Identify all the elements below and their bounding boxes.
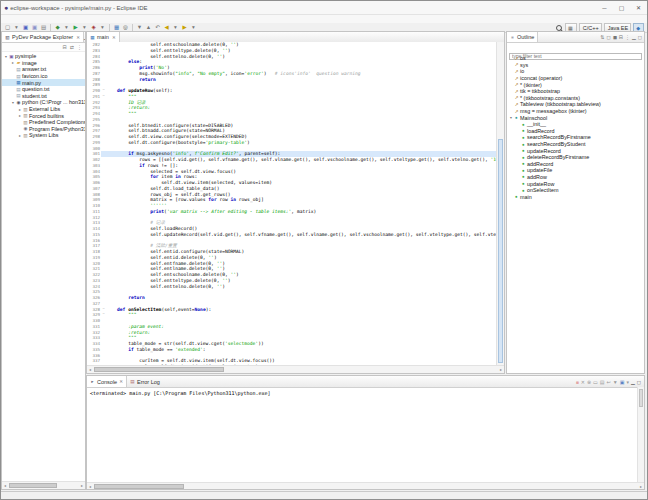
- tab-outline[interactable]: Outline: [507, 32, 538, 42]
- editor-vertical-scrollbar[interactable]: [496, 42, 504, 366]
- scrollbar-thumb[interactable]: [498, 139, 503, 363]
- code-editor[interactable]: 282 self.entschoolname.delete(0, '') 283…: [87, 42, 497, 366]
- toolbar-icon[interactable]: [132, 24, 133, 31]
- view-menu-button[interactable]: ⋮: [625, 34, 630, 40]
- hide-non-public-button[interactable]: ◼: [613, 34, 617, 40]
- expander-icon[interactable]: ▸: [18, 133, 22, 138]
- tree-item[interactable]: student.txt: [2, 93, 85, 100]
- tab-console[interactable]: Console ✕: [87, 376, 127, 387]
- scroll-right-icon[interactable]: ▸: [498, 367, 504, 372]
- scrollbar-thumb[interactable]: [94, 484, 184, 489]
- collapse-all-button[interactable]: ⊟: [63, 44, 67, 50]
- expander-icon[interactable]: ▸: [18, 113, 22, 118]
- hide-fields-button[interactable]: ◻: [606, 34, 610, 40]
- outline-item[interactable]: updateFile: [507, 167, 644, 174]
- outline-item[interactable]: loadRecord: [507, 128, 644, 135]
- expander-icon[interactable]: ▾: [4, 54, 8, 59]
- scrollbar-thumb[interactable]: [94, 367, 224, 372]
- display-console-button[interactable]: ▣: [620, 379, 625, 385]
- expander-icon[interactable]: ▸: [18, 107, 22, 112]
- tree-item[interactable]: ▸ image: [2, 60, 85, 67]
- minimize-button[interactable]: ─: [596, 1, 613, 14]
- maximize-button[interactable]: ▢: [613, 1, 630, 14]
- scroll-right-icon[interactable]: ▸: [79, 483, 85, 488]
- tree-item[interactable]: ▾ pysimple: [2, 53, 85, 60]
- explorer-view-toolbar: ⊟⇄⋮: [2, 43, 85, 52]
- outline-item[interactable]: iconcat (operator): [507, 75, 644, 82]
- outline-item[interactable]: addRecord: [507, 161, 644, 168]
- outline-item[interactable]: * (ttkbootstrap.constants): [507, 95, 644, 102]
- scrollbar-thumb[interactable]: [639, 389, 643, 407]
- outline-item[interactable]: ▾ Mainschool: [507, 114, 644, 121]
- tab-error-log[interactable]: Error Log: [127, 376, 165, 387]
- pin-console-button[interactable]: ▼: [613, 379, 618, 385]
- close-tab-icon[interactable]: ✕: [112, 35, 116, 40]
- minimize-button[interactable]: ▁: [631, 379, 635, 385]
- tree-item[interactable]: main.py: [2, 79, 85, 86]
- tree-item[interactable]: question.txt: [2, 86, 85, 93]
- outline-item[interactable]: sys: [507, 62, 644, 69]
- outline-item[interactable]: addRow: [507, 174, 644, 181]
- tree-item[interactable]: Predefined Completions: [2, 119, 85, 126]
- outline-item[interactable]: __init__: [507, 121, 644, 128]
- outline-item-icon: [521, 161, 526, 166]
- outline-item[interactable]: onSelectItem: [507, 187, 644, 194]
- tree-item[interactable]: favicon.ico: [2, 73, 85, 80]
- tab-main-py[interactable]: main ✕: [87, 32, 120, 42]
- terminate-button[interactable]: ■: [576, 379, 579, 385]
- tree-item[interactable]: ▾ python (C:\Progr ... hon311\: [2, 99, 85, 106]
- word-wrap-button[interactable]: ↩: [607, 379, 611, 385]
- tree-item-icon: [23, 126, 28, 131]
- collapse-all-button[interactable]: ⊟: [619, 34, 623, 40]
- outline-item[interactable]: updateRecord: [507, 147, 644, 154]
- outline-item[interactable]: * (tkinter): [507, 81, 644, 88]
- quick-access-search-icon[interactable]: [556, 25, 562, 31]
- console-horizontal-scrollbar[interactable]: ◂ ▸: [87, 482, 644, 489]
- open-console-button[interactable]: ▾: [626, 379, 629, 385]
- toolbar-icon[interactable]: [109, 24, 110, 31]
- scrollbar-thumb[interactable]: [9, 483, 57, 488]
- console-vertical-scrollbar[interactable]: [637, 387, 644, 483]
- sort-button[interactable]: ⇅: [600, 34, 604, 40]
- tree-item[interactable]: answer.txt: [2, 66, 85, 73]
- tree-item-icon: [23, 120, 28, 125]
- close-button[interactable]: ✕: [630, 1, 647, 14]
- explorer-horizontal-scrollbar[interactable]: ◂ ▸: [2, 481, 85, 489]
- outline-item[interactable]: searchRecordByStudent: [507, 141, 644, 148]
- outline-item[interactable]: msg = messagebox (tkinter): [507, 108, 644, 115]
- maximize-button[interactable]: ◻: [637, 379, 641, 385]
- view-menu-button[interactable]: ⋮: [77, 44, 82, 50]
- remove-all-button[interactable]: ⊗: [587, 379, 591, 385]
- tree-item-icon: [16, 87, 21, 92]
- outline-item[interactable]: ttk = ttkbootstrap: [507, 88, 644, 95]
- tree-item[interactable]: ▸ External Libs: [2, 106, 85, 113]
- link-with-editor-button[interactable]: ⇄: [70, 44, 74, 50]
- expander-icon[interactable]: ▸: [11, 60, 15, 65]
- tree-item[interactable]: ▸ System Libs: [2, 132, 85, 139]
- tab-pydev-package-explorer[interactable]: PyDev Package Explorer ✕: [2, 32, 84, 42]
- expander-icon[interactable]: ▾: [11, 100, 15, 105]
- outline-filter-input[interactable]: [509, 53, 642, 60]
- toolbar-icon[interactable]: [50, 24, 51, 31]
- outline-item[interactable]: Tableview (ttkbootstrap.tableview): [507, 101, 644, 108]
- outline-item[interactable]: deleteRecordByFirstname: [507, 154, 644, 161]
- remove-launch-button[interactable]: ✕: [581, 379, 585, 385]
- scroll-lock-button[interactable]: ▤: [600, 379, 605, 385]
- close-tab-icon[interactable]: ✕: [119, 379, 123, 384]
- outline-item[interactable]: updateRow: [507, 180, 644, 187]
- outline-item[interactable]: main: [507, 193, 644, 200]
- outline-item[interactable]: io: [507, 68, 644, 75]
- maximize-button[interactable]: ◻: [638, 34, 642, 40]
- tree-item[interactable]: ▸ Forced builtins: [2, 112, 85, 119]
- close-tab-icon[interactable]: ✕: [76, 35, 80, 40]
- outline-item-icon: [514, 76, 519, 81]
- outline-item[interactable]: searchRecordByFirstname: [507, 134, 644, 141]
- tree-item[interactable]: Program Files/Python311: [2, 126, 85, 133]
- scroll-right-icon[interactable]: ▸: [638, 484, 644, 489]
- outline-item-icon: [521, 188, 526, 193]
- editor-horizontal-scrollbar[interactable]: ◂ ▸: [87, 365, 504, 373]
- minimize-button[interactable]: ▁: [632, 34, 636, 40]
- clear-console-button[interactable]: ▭: [593, 379, 598, 385]
- expander-icon[interactable]: ▾: [509, 115, 513, 120]
- outline-item-icon: [514, 109, 519, 114]
